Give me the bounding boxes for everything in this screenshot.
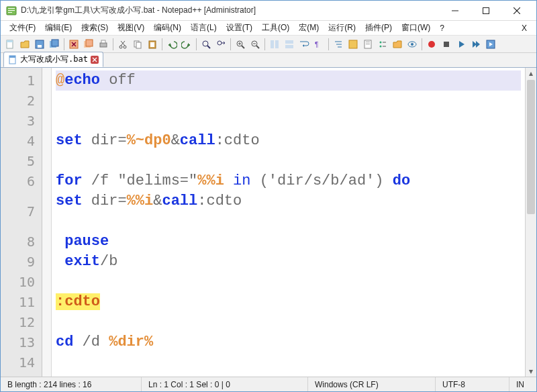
tab-active[interactable]: 大写改成小写.bat [3,52,103,67]
vertical-scrollbar[interactable]: ▴ ▾ [525,68,536,377]
tab-bar: 大写改成小写.bat [1,53,536,68]
svg-rect-41 [285,40,293,44]
menu-search[interactable]: 搜索(S) [77,21,113,35]
svg-line-30 [207,46,210,48]
editor-area: 1 2 3 4 5 6 7 8 9 10 11 12 13 14 @echo o… [1,68,536,377]
find-icon[interactable] [199,38,213,51]
menu-language[interactable]: 语言(L) [186,21,222,35]
svg-line-35 [242,46,244,48]
func-list-icon[interactable] [376,38,389,51]
show-all-icon[interactable]: ¶ [312,38,326,51]
menu-encoding[interactable]: 编码(N) [149,21,186,35]
menu-mdi-close[interactable]: X [516,23,532,33]
paste-icon[interactable] [146,38,159,51]
toolbar-sep [328,38,329,50]
svg-rect-42 [285,45,293,48]
save-icon[interactable] [33,38,46,51]
scroll-up-icon[interactable]: ▴ [526,68,536,79]
cut-icon[interactable] [116,38,130,51]
sync-h-icon[interactable] [283,38,296,51]
toolbar-sep [64,38,64,50]
statusbar: B length : 214 lines : 16 Ln : 1 Col : 1… [1,377,536,391]
new-file-icon[interactable] [3,38,17,51]
undo-icon[interactable] [165,38,179,51]
monitor-icon[interactable] [405,38,419,51]
status-insert-mode[interactable]: IN [509,377,536,391]
tab-close-icon[interactable] [91,56,99,64]
line-number: 6 [1,171,42,191]
svg-rect-39 [271,40,274,48]
line-number: 12 [1,312,42,332]
line-number: 5 [1,151,42,171]
svg-point-31 [217,41,222,45]
open-file-icon[interactable] [18,38,32,51]
svg-line-38 [256,46,259,48]
svg-point-57 [428,41,435,48]
status-eol[interactable]: Windows (CR LF) [308,377,436,391]
menu-window[interactable]: 窗口(W) [397,21,435,35]
svg-rect-20 [101,40,105,43]
replace-icon[interactable] [214,38,228,51]
close-file-icon[interactable] [67,38,81,51]
svg-text:¶: ¶ [315,41,318,48]
close-all-icon[interactable] [82,38,95,51]
sync-v-icon[interactable] [268,38,281,51]
tab-label: 大写改成小写.bat [20,54,88,65]
folder-icon[interactable] [391,38,404,51]
menu-macro[interactable]: 宏(M) [294,21,324,35]
line-number: 8 [1,232,42,252]
svg-point-56 [411,43,413,46]
play-multi-icon[interactable] [469,38,483,51]
menu-tools[interactable]: 工具(O) [257,21,294,35]
print-icon[interactable] [97,38,110,51]
stop-icon[interactable] [440,38,453,51]
svg-rect-11 [38,45,42,48]
toolbar-sep [230,38,231,50]
line-number: 7 [1,191,42,232]
scroll-thumb[interactable] [527,80,535,214]
svg-rect-47 [349,40,357,48]
window-buttons [440,1,532,20]
line-number: 13 [1,332,42,352]
menu-file[interactable]: 文件(F) [5,21,40,35]
copy-icon[interactable] [131,38,144,51]
status-encoding[interactable]: UTF-8 [436,377,509,391]
menu-settings[interactable]: 设置(T) [222,21,257,35]
wrap-icon[interactable] [297,38,311,51]
close-button[interactable] [501,1,532,20]
lang-icon[interactable] [346,38,360,51]
menu-view[interactable]: 视图(V) [113,21,149,35]
indent-guide-icon[interactable] [332,38,345,51]
titlebar: D:\九龙引擎gm工具\大写改成小写.bat - Notepad++ [Admi… [1,1,536,21]
code-area[interactable]: @echo off set dir=%~dp0&call:cdto for /f… [52,68,525,377]
maximize-button[interactable] [471,1,501,20]
svg-rect-49 [366,42,370,42]
scroll-down-icon[interactable]: ▾ [526,366,536,377]
line-number: 1 [1,70,42,91]
app-icon [6,5,17,16]
toolbar-sep [113,38,113,50]
menu-run[interactable]: 运行(R) [324,21,360,35]
line-number: 10 [1,272,42,292]
svg-rect-9 [7,40,13,42]
record-icon[interactable] [425,38,438,51]
play-icon[interactable] [454,38,468,51]
minimize-button[interactable] [440,1,471,20]
line-gutter[interactable]: 1 2 3 4 5 6 7 8 9 10 11 12 13 14 [1,68,42,377]
redo-icon[interactable] [180,38,193,51]
zoom-out-icon[interactable] [248,38,262,51]
svg-rect-19 [100,43,107,47]
doc-map-icon[interactable] [361,38,375,51]
toolbar-sep [196,38,197,50]
menu-help[interactable]: ? [435,22,449,34]
status-position: Ln : 1 Col : 1 Sel : 0 | 0 [142,377,308,391]
menu-edit[interactable]: 编辑(E) [40,21,77,35]
save-macro-icon[interactable] [484,38,497,51]
svg-rect-28 [150,42,154,47]
zoom-in-icon[interactable] [234,38,247,51]
save-all-icon[interactable] [48,38,61,51]
svg-point-22 [124,46,126,48]
svg-rect-13 [52,40,58,46]
menu-plugins[interactable]: 插件(P) [360,21,397,35]
fold-column[interactable] [42,68,52,377]
